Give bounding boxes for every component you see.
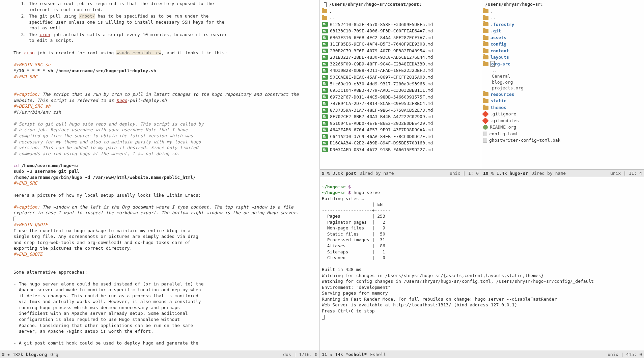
dired-path-header: /Users/shrysr/hugo-sr: [483, 1, 642, 8]
comment: # version. This can be added to my path … [13, 145, 317, 151]
dir-row[interactable]: layouts [483, 54, 642, 61]
file-row[interactable]: .. [483, 15, 642, 21]
file-name: .. [491, 15, 496, 21]
file-row[interactable]: . [483, 8, 642, 15]
file-row[interactable]: M↓7B7B94CA-2D77-4814-8CAE-C9E95D3F8BC4.m… [322, 100, 479, 107]
folder-icon [483, 49, 488, 53]
file-row[interactable]: M↓2B0B2C79-3F6E-4079-A07D-9E382FDA8954.m… [322, 48, 479, 54]
file-row[interactable]: M↓69732F67-D011-44C5-98DB-54660D91575F.m… [322, 94, 479, 101]
tree-sub-item[interactable]: blog.org [483, 79, 642, 85]
file-row[interactable]: M↓8737359A-31A7-48EF-9B64-5758ACB52E73.m… [322, 107, 479, 114]
dir-row[interactable]: .forestry [483, 21, 642, 28]
file-row[interactable]: M↓951004CE-ADD0-4E7E-B6E2-2932E0DEE429.m… [322, 120, 479, 127]
file-row[interactable]: M↓0B63F316-6F6B-4EC2-84A4-5FF287ECF7A7.m… [322, 34, 479, 41]
markdown-icon: M↓ [322, 42, 328, 47]
quote-line: and drop (org-web-tools and org-download… [13, 240, 317, 246]
file-name: 32266F09-C9B9-48FF-9C48-E2348EEDA33D.md [330, 61, 433, 67]
file-row[interactable]: M↓5fc69e19-e330-4dd9-9317-7280a9c93966.m… [322, 81, 479, 87]
eshell-row: Aliases | 86 [322, 243, 385, 248]
dired-path-header: /Users/shrysr/hugo-sr/content/post: [322, 1, 479, 8]
markdown-icon: M↓ [322, 88, 328, 93]
cron-link[interactable]: cron [39, 32, 50, 37]
markdown-icon: M↓ [322, 55, 328, 60]
eshell-content[interactable]: ~/hugo-sr $ ~/hugo-sr $ hugo serve Build… [320, 177, 644, 351]
file-row[interactable]: M↓C641A230-37C9-46AA-84EB-E78CC0D0DC7E.m… [322, 133, 479, 140]
dir-row[interactable]: resources [483, 91, 642, 98]
dir-row[interactable]: .git [483, 28, 642, 34]
src-line: */10 * * * * sh /home/username/src/hugo-… [13, 68, 317, 74]
folder-icon [483, 29, 488, 33]
file-name: 5fc69e19-e330-4dd9-9317-7280a9c93966.md [330, 81, 433, 87]
src-begin: #+BEGIN_SRC sh [13, 62, 317, 68]
file-row[interactable]: M↓11EF85E6-9EFC-4AF4-B5F3-7648F9EE9308.m… [322, 41, 479, 48]
hugo-link[interactable]: hugo [116, 98, 127, 103]
dired-post-content[interactable]: /Users/shrysr/hugo-sr/content/post: . ..… [320, 0, 481, 169]
eshell-prompt-dollar: $ [345, 184, 351, 189]
file-row[interactable]: README.org [483, 124, 642, 131]
modeline-org: 8 ★ 182k blog.org Org dos | 1716: 0 [0, 351, 319, 358]
paragraph: Here's a picture of how my local setup u… [13, 192, 317, 198]
ml-window-num: 9 [322, 170, 325, 176]
file-row[interactable]: M↓A642FAB6-6704-4E57-9F97-43E7DD8D9CAA.m… [322, 127, 479, 133]
file-row[interactable]: M↓2D1B3227-28DE-4B30-93C8-AD5CBE276E44.m… [322, 54, 479, 61]
file-row[interactable]: M↓01252410-853F-4570-858F-F3D609F5DEF5.m… [322, 21, 479, 28]
modeline-dired-post: 9 % 3.0k post Dired by name unix | 1: 0 [320, 169, 481, 177]
markdown-icon: M↓ [322, 94, 328, 99]
dir-row[interactable]: . [322, 8, 479, 15]
tree-sub-item[interactable]: .. [483, 67, 642, 73]
eshell-row: Sitemaps | 1 [322, 249, 385, 254]
file-name: 03133C10-709E-4D06-9F3D-C00FFEAE64A7.md [330, 28, 433, 34]
file-row[interactable]: M↓50ECAE8E-DEAC-45AF-8697-CFCFF2815A03.m… [322, 74, 479, 81]
file-row[interactable]: M↓8F702CE2-8BB7-40A3-B44B-A47222C02909.m… [322, 113, 479, 120]
file-name: .gitignore [490, 111, 516, 117]
dir-name: .git [491, 28, 501, 34]
dir-row[interactable]: config [483, 41, 642, 48]
comment: # necessary for my theme and also to mai… [13, 139, 317, 145]
file-row[interactable]: M↓03133C10-709E-4D06-9F3D-C00FFEAE64A7.m… [322, 28, 479, 34]
dir-row[interactable]: assets [483, 34, 642, 41]
dir-name: static [491, 98, 506, 104]
eshell-row: Cleaned | 0 [322, 255, 385, 260]
src-end: #+END_SRC [13, 180, 317, 186]
folder-icon [483, 36, 488, 40]
dir-name: config [491, 41, 506, 47]
file-name: 01252410-853F-4570-858F-F3D609F5DEF5.md [330, 22, 433, 28]
eshell-row: Paginator pages | 2 [322, 220, 385, 225]
tree-sub-item[interactable]: projects.org [483, 85, 642, 91]
dir-row[interactable]: static [483, 98, 642, 104]
dir-row[interactable]: org-src [483, 61, 642, 67]
cursor-icon [13, 217, 16, 221]
cron-link[interactable]: cron [24, 50, 34, 55]
markdown-icon: M↓ [322, 147, 328, 152]
file-row[interactable]: .gitmodules [483, 117, 642, 124]
eshell-line: Running in Fast Render Mode. For full re… [322, 297, 557, 302]
caption-line: #+caption: The script that is run by cro… [13, 91, 317, 103]
alt-item: - The hugo server alone could be used in… [13, 281, 317, 334]
dir-row[interactable]: themes [483, 104, 642, 111]
dir-row[interactable]: content [483, 48, 642, 54]
dir-row[interactable]: .. [322, 15, 479, 21]
dired-root-content[interactable]: /Users/shrysr/hugo-sr: ....forestry.gita… [481, 0, 644, 169]
folder-icon [322, 9, 327, 13]
comment: # compiled go from the source to obtain … [13, 133, 317, 139]
cron-sentence: The cron job is created for root using =… [13, 50, 317, 56]
file-name: README.org [490, 124, 516, 130]
file-row[interactable]: M↓6953C104-A8B3-4779-AAD3-C33032BEB111.m… [322, 87, 479, 94]
file-row[interactable]: config.toml [483, 131, 642, 137]
file-row[interactable]: .gitignore [483, 111, 642, 117]
file-row[interactable]: ghostwriter-config-toml.bak [483, 137, 642, 144]
quote-line: single Org file. Any screenshots or pict… [13, 233, 317, 240]
tree-sub-item[interactable]: General [483, 73, 642, 79]
file-row[interactable]: M↓32266F09-C9B9-48FF-9C48-E2348EEDA33D.m… [322, 61, 479, 67]
file-name: A642FAB6-6704-4E57-9F97-43E7DD8D9CAA.md [330, 127, 433, 133]
org-content[interactable]: The reason a root job is required is tha… [0, 0, 319, 351]
modeline-dired-root: 10 % 1.4k hugo-sr Dired by name unix | 1… [481, 169, 644, 177]
file-row[interactable]: M↓D16CAA34-C2E2-439B-894F-D95BE5708160.m… [322, 140, 479, 146]
file-row[interactable]: M↓D303CAFD-0874-4A72-918B-FA6615F9D227.m… [322, 146, 479, 153]
src-line: /home/username/go/bin/hugo -d /var/www/h… [13, 174, 317, 181]
org-icon [483, 125, 488, 130]
file-row[interactable]: M↓44D30B28-0DE8-4211-AFAD-18FE22323BF3.m… [322, 67, 479, 74]
markdown-icon: M↓ [322, 62, 328, 66]
file-name: 44D30B28-0DE8-4211-AFAD-18FE22323BF3.md [330, 67, 433, 74]
dir-name: themes [491, 105, 506, 111]
